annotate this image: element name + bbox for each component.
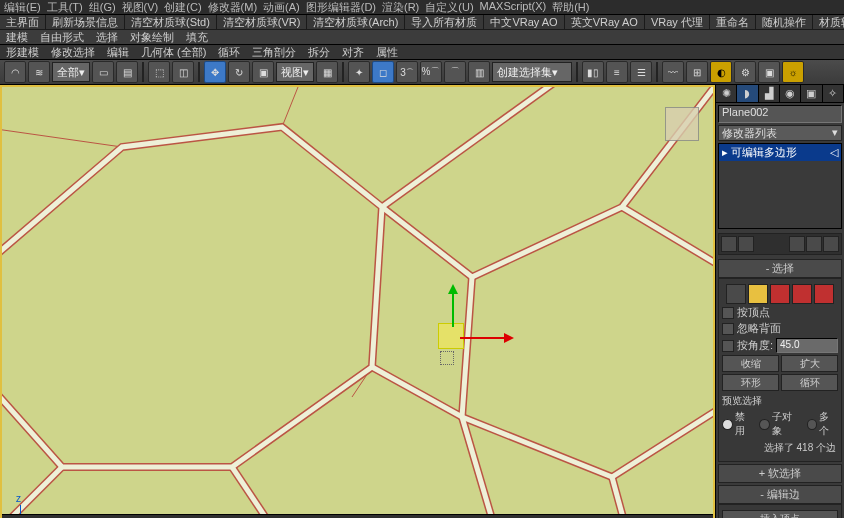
topmenu-item[interactable]: 图形编辑器(D) [306,0,376,14]
make-unique-icon[interactable] [789,236,805,252]
modifier-stack[interactable]: ▸可编辑多边形◁ [718,143,842,229]
percent-snap-icon[interactable]: %⌒ [420,61,442,83]
tabs-item[interactable]: 清空材质球(Arch) [307,15,405,29]
topmenu-item[interactable]: 自定义(U) [425,0,473,14]
tabs-item[interactable]: 随机操作 [756,15,813,29]
selection-rollout[interactable]: - 选择 [718,259,842,278]
pin-stack-icon[interactable] [721,236,737,252]
modifier-list-combo[interactable]: 修改器列表▾ [718,125,842,141]
viewport[interactable]: z x 0 / 100 [0,85,715,518]
editedge-rollout[interactable]: - 编辑边 [718,485,842,504]
modify-tab-icon[interactable]: ◗ [737,85,758,102]
preview-subobj-radio[interactable] [759,419,770,430]
rotate-icon[interactable]: ↻ [228,61,250,83]
topmenu-item[interactable]: 修改器(M) [208,0,258,14]
by-angle-checkbox[interactable] [722,340,734,352]
mirror-icon[interactable]: ▮▯ [582,61,604,83]
pin-icon[interactable]: ◁ [830,146,838,159]
topmenu-item[interactable]: 帮助(H) [552,0,589,14]
named-sel-combo[interactable]: 创建选择集 ▾ [492,62,572,82]
sub2-item[interactable]: 几何体 (全部) [135,45,212,59]
pivot-icon[interactable]: ▦ [316,61,338,83]
vertex-mode-icon[interactable] [726,284,746,304]
insert-vertex-button[interactable]: 插入顶点 [722,510,838,518]
topmenu-item[interactable]: 编辑(E) [4,0,41,14]
select-icon[interactable]: ▭ [92,61,114,83]
layers-icon[interactable]: ☰ [630,61,652,83]
tabs-item[interactable]: 英文VRay AO [565,15,645,29]
curve-editor-icon[interactable]: 〰 [662,61,684,83]
softsel-rollout[interactable]: + 软选择 [718,464,842,483]
object-name-field[interactable]: Plane002 [718,105,842,122]
show-end-icon[interactable] [738,236,754,252]
sub-item[interactable]: 自由形式 [34,30,90,44]
arc-rotate-icon[interactable]: ◠ [4,61,26,83]
motion-tab-icon[interactable]: ◉ [780,85,801,102]
tabs-item[interactable]: 材质转换 [813,15,844,29]
grow-button[interactable]: 扩大 [781,355,838,372]
move-icon[interactable]: ✥ [204,61,226,83]
angle-snap-icon[interactable]: 3⌒ [396,61,418,83]
sub-item[interactable]: 对象绘制 [124,30,180,44]
topmenu-item[interactable]: 组(G) [89,0,116,14]
manip-icon[interactable]: ✦ [348,61,370,83]
scale-icon[interactable]: ▣ [252,61,274,83]
utilities-tab-icon[interactable]: ✧ [823,85,844,102]
window-crossing-icon[interactable]: ◫ [172,61,194,83]
render-setup-icon[interactable]: ⚙ [734,61,756,83]
tabs-item[interactable]: 清空材质球(Std) [125,15,217,29]
polygon-mode-icon[interactable] [792,284,812,304]
sub2-item[interactable]: 拆分 [302,45,336,59]
sub2-item[interactable]: 循环 [212,45,246,59]
preview-off-radio[interactable] [722,419,733,430]
topmenu-item[interactable]: MAXScript(X) [480,0,547,14]
render-icon[interactable]: ☼ [782,61,804,83]
loop-button[interactable]: 循环 [781,374,838,391]
ignore-backfacing-checkbox[interactable] [722,323,734,335]
schematic-icon[interactable]: ⊞ [686,61,708,83]
create-tab-icon[interactable]: ✺ [716,85,737,102]
sub-item[interactable]: 选择 [90,30,124,44]
topmenu-item[interactable]: 创建(C) [164,0,201,14]
stack-expand-icon[interactable]: ▸ [722,146,728,159]
display-tab-icon[interactable]: ▣ [801,85,822,102]
align-icon[interactable]: ≡ [606,61,628,83]
tabs-item[interactable]: 重命名 [710,15,756,29]
material-editor-icon[interactable]: ◐ [710,61,732,83]
select-name-icon[interactable]: ▤ [116,61,138,83]
tabs-item[interactable]: 主界面 [0,15,46,29]
shrink-button[interactable]: 收缩 [722,355,779,372]
sub2-item[interactable]: 属性 [370,45,404,59]
tabs-item[interactable]: VRay 代理 [645,15,710,29]
rect-select-icon[interactable]: ⬚ [148,61,170,83]
sub2-item[interactable]: 修改选择 [45,45,101,59]
sub2-item[interactable]: 编辑 [101,45,135,59]
angle-spinner[interactable]: 45.0 [776,338,838,353]
edit-sel-set-icon[interactable]: ▥ [468,61,490,83]
sub-item[interactable]: 建模 [0,30,34,44]
tabs-item[interactable]: 中文VRay AO [484,15,564,29]
edge-mode-icon[interactable] [748,284,768,304]
filter-combo[interactable]: 全部 ▾ [52,62,90,82]
topmenu-item[interactable]: 工具(T) [47,0,83,14]
viewcube[interactable] [665,107,699,141]
sub2-item[interactable]: 三角剖分 [246,45,302,59]
sub2-item[interactable]: 对齐 [336,45,370,59]
hierarchy-tab-icon[interactable]: ▟ [759,85,780,102]
snap-toggle-icon[interactable]: ◻ [372,61,394,83]
tabs-item[interactable]: 刷新场景信息 [46,15,125,29]
by-vertex-checkbox[interactable] [722,307,734,319]
render-frame-icon[interactable]: ▣ [758,61,780,83]
topmenu-item[interactable]: 视图(V) [122,0,159,14]
sub-item[interactable]: 填充 [180,30,214,44]
wave-icon[interactable]: ≋ [28,61,50,83]
remove-mod-icon[interactable] [806,236,822,252]
topmenu-item[interactable]: 动画(A) [263,0,300,14]
ref-coord-combo[interactable]: 视图 ▾ [276,62,314,82]
configure-icon[interactable] [823,236,839,252]
border-mode-icon[interactable] [770,284,790,304]
tabs-item[interactable]: 清空材质球(VR) [217,15,308,29]
preview-multi-radio[interactable] [807,419,818,430]
element-mode-icon[interactable] [814,284,834,304]
tabs-item[interactable]: 导入所有材质 [405,15,484,29]
